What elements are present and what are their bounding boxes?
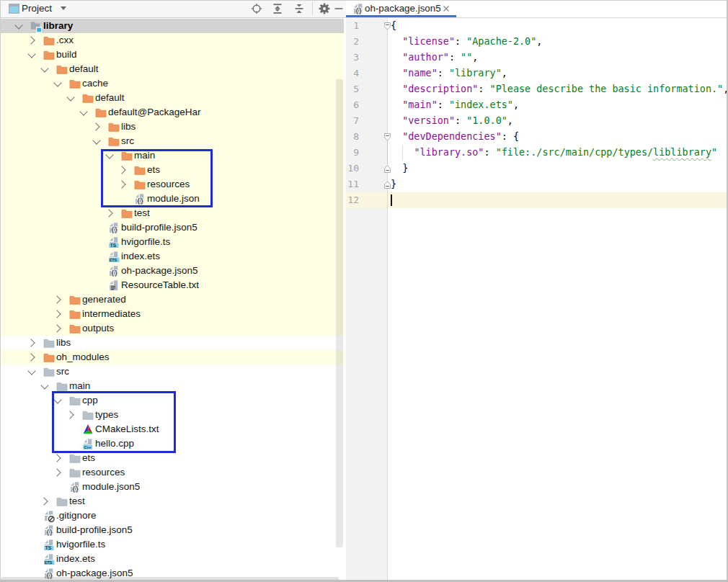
fold-end-marker[interactable] xyxy=(384,181,391,189)
tree-label[interactable]: test xyxy=(69,494,85,509)
tree-row-src[interactable]: src xyxy=(0,364,344,379)
tree-label[interactable]: oh_modules xyxy=(56,350,110,364)
tree-row-hvigorfile.ts[interactable]: TShvigorfile.ts xyxy=(0,235,344,249)
close-icon[interactable] xyxy=(442,4,450,13)
tree-label[interactable]: default xyxy=(69,62,99,76)
chevron-expanded-icon[interactable] xyxy=(80,108,88,116)
tree-label[interactable]: hvigorfile.ts xyxy=(56,537,105,552)
chevron-down-icon[interactable] xyxy=(61,6,66,10)
editor[interactable]: 1{2 "license": "Apache-2.0",3 "author": … xyxy=(346,18,728,582)
tree-row-module.json5[interactable]: module.json5 xyxy=(0,480,344,494)
chevron-collapsed-icon[interactable] xyxy=(53,454,61,462)
tree-label[interactable]: ets xyxy=(82,451,95,465)
tree-row-default-packagehar[interactable]: default@PackageHar xyxy=(0,105,344,120)
chevron-expanded-icon[interactable] xyxy=(93,137,101,145)
chevron-expanded-icon[interactable] xyxy=(67,94,75,102)
chevron-collapsed-icon[interactable] xyxy=(53,310,61,318)
collapse-all-button[interactable] xyxy=(293,3,305,14)
tree-row-build[interactable]: build xyxy=(0,48,344,62)
chevron-collapsed-icon[interactable] xyxy=(53,324,61,332)
chevron-collapsed-icon[interactable] xyxy=(27,36,35,44)
tree-row-build-profile.json5[interactable]: build-profile.json5 xyxy=(0,523,344,537)
chevron-expanded-icon[interactable] xyxy=(41,65,49,73)
tree-label[interactable]: libs xyxy=(121,120,136,134)
tree-vertical-scrollbar[interactable] xyxy=(336,79,343,547)
chevron-collapsed-icon[interactable] xyxy=(27,339,35,346)
tree-row-.gitignore[interactable]: .gitignore xyxy=(0,509,344,523)
fold-end-marker[interactable] xyxy=(384,165,391,173)
tree-row-oh-modules[interactable]: oh_modules xyxy=(0,350,344,364)
tree-label[interactable]: ResourceTable.txt xyxy=(121,278,199,292)
chevron-expanded-icon[interactable] xyxy=(15,22,23,30)
tree-label[interactable]: build-profile.json5 xyxy=(121,220,197,235)
tree-row-libs[interactable]: libs xyxy=(0,336,344,350)
tree-row-.cxx[interactable]: .cxx xyxy=(0,33,344,48)
tree-label[interactable]: intermediates xyxy=(82,307,141,321)
tab-oh-package-json5[interactable]: oh-package.json5 xyxy=(346,0,456,18)
code-line-10[interactable]: 10 } xyxy=(346,161,728,176)
tree-row-cache[interactable]: cache xyxy=(0,76,344,91)
tree-row-test[interactable]: test xyxy=(0,206,344,220)
tree-label[interactable]: build xyxy=(56,48,77,62)
tree-label[interactable]: index.ets xyxy=(56,552,95,566)
tree-row-oh-package.json5[interactable]: oh-package.json5 xyxy=(0,264,344,278)
code-line-2[interactable]: 2 "license": "Apache-2.0", xyxy=(346,34,728,50)
chevron-expanded-icon[interactable] xyxy=(41,382,49,390)
code-line-11[interactable]: 11} xyxy=(346,176,728,192)
project-view-selector-label[interactable]: Project xyxy=(22,0,52,17)
tree-row-index.ets[interactable]: ETSindex.ets xyxy=(0,552,344,566)
tree-label[interactable]: generated xyxy=(82,292,126,307)
tree-row-outputs[interactable]: outputs xyxy=(0,321,344,336)
tree-label[interactable]: libs xyxy=(56,336,71,350)
code-line-4[interactable]: 4 "name": "library", xyxy=(346,66,728,81)
tree-label[interactable]: .gitignore xyxy=(56,509,97,523)
code-line-9[interactable]: 9 "library.so": "file:./src/main/cpp/typ… xyxy=(346,145,728,161)
tree-label[interactable]: default xyxy=(95,91,125,105)
tree-row-src[interactable]: src xyxy=(0,134,344,148)
chevron-collapsed-icon[interactable] xyxy=(53,295,61,303)
tree-row-resources[interactable]: resources xyxy=(0,465,344,480)
tree-row-hvigorfile.ts[interactable]: TShvigorfile.ts xyxy=(0,537,344,552)
hide-panel-button[interactable] xyxy=(333,3,345,14)
chevron-collapsed-icon[interactable] xyxy=(40,497,48,505)
tree-row-libs[interactable]: libs xyxy=(0,120,344,134)
tree-row-generated[interactable]: generated xyxy=(0,292,344,307)
locate-file-button[interactable] xyxy=(251,3,262,14)
code-line-5[interactable]: 5 "description": "Please describe the ba… xyxy=(346,81,728,97)
fold-start-marker[interactable] xyxy=(384,133,391,141)
chevron-collapsed-icon[interactable] xyxy=(92,122,100,130)
chevron-collapsed-icon[interactable] xyxy=(27,353,35,361)
code-line-12[interactable]: 12 xyxy=(346,192,728,208)
code-line-3[interactable]: 3 "author": "", xyxy=(346,50,728,66)
tree-label[interactable]: src xyxy=(56,364,69,379)
fold-start-marker[interactable] xyxy=(384,22,391,30)
tree-label[interactable]: hvigorfile.ts xyxy=(121,235,170,249)
code-line-1[interactable]: 1{ xyxy=(346,18,728,34)
tree-row-library[interactable]: library xyxy=(0,19,344,33)
tree-label[interactable]: library xyxy=(43,19,73,33)
tree-row-resourcetable.txt[interactable]: ResourceTable.txt xyxy=(0,278,344,292)
tree-row-index.ets[interactable]: ETSindex.ets xyxy=(0,249,344,264)
code-line-6[interactable]: 6 "main": "index.ets", xyxy=(346,97,728,113)
chevron-expanded-icon[interactable] xyxy=(54,79,62,87)
tree-label[interactable]: cache xyxy=(82,76,108,91)
code-line-8[interactable]: 8 "devDependencies": { xyxy=(346,129,728,145)
tree-label[interactable]: module.json5 xyxy=(82,480,140,494)
chevron-collapsed-icon[interactable] xyxy=(105,209,113,217)
tree-label[interactable]: resources xyxy=(82,465,125,480)
tree-row-ets[interactable]: ets xyxy=(0,451,344,465)
chevron-expanded-icon[interactable] xyxy=(28,367,36,375)
tree-label[interactable]: .cxx xyxy=(56,33,74,48)
tree-row-intermediates[interactable]: intermediates xyxy=(0,307,344,321)
tree-label[interactable]: oh-package.json5 xyxy=(121,264,198,278)
tree-label[interactable]: default@PackageHar xyxy=(108,105,201,120)
tree-row-test[interactable]: test xyxy=(0,494,344,509)
tree-label[interactable]: index.ets xyxy=(121,249,160,264)
tree-label[interactable]: test xyxy=(134,206,150,220)
tree-label[interactable]: src xyxy=(121,134,134,148)
chevron-expanded-icon[interactable] xyxy=(28,50,36,58)
code-line-7[interactable]: 7 "version": "1.0.0", xyxy=(346,113,728,129)
expand-all-button[interactable] xyxy=(272,3,283,14)
gear-icon[interactable] xyxy=(319,3,330,14)
tree-row-default[interactable]: default xyxy=(0,91,344,105)
